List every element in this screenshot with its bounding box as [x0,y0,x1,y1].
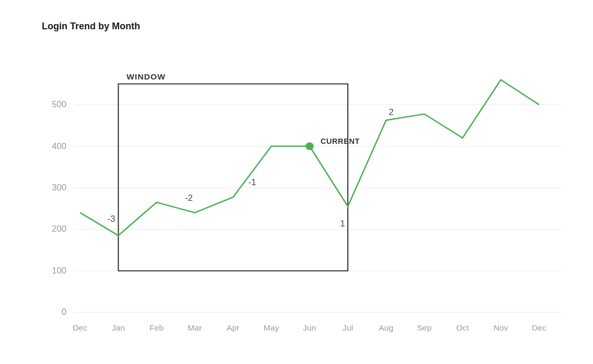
x-label-sep: Sep [417,323,432,332]
x-label-dec1: Dec [73,323,87,332]
x-label-aug: Aug [379,323,393,332]
y-label-0: 0 [62,308,66,317]
annotation-minus1: -1 [248,177,256,187]
x-label-jun: Jun [303,323,316,332]
chart-area: 0 100 200 300 400 500 WINDOW Dec Jan Feb… [42,42,577,333]
annotation-minus2: -2 [185,193,193,202]
y-label-400: 400 [52,141,66,151]
main-chart: 0 100 200 300 400 500 WINDOW Dec Jan Feb… [42,42,577,333]
x-label-apr: Apr [227,323,240,332]
y-label-300: 300 [52,183,66,192]
window-label: WINDOW [127,73,166,82]
x-label-jul: Jul [343,323,353,332]
x-label-dec2: Dec [532,323,546,332]
chart-line [80,79,539,235]
annotation-minus3: -3 [107,214,115,223]
x-label-may: May [264,323,279,332]
y-label-500: 500 [52,99,66,109]
x-label-feb: Feb [150,323,164,332]
current-dot [306,143,314,150]
y-label-100: 100 [52,266,66,275]
chart-container: Login Trend by Month 0 100 200 300 400 5… [0,0,593,364]
current-label: CURRENT [321,137,360,145]
window-rect [118,84,348,270]
annotation-2: 2 [389,107,394,117]
x-label-nov: Nov [494,323,508,332]
chart-title: Login Trend by Month [42,21,577,32]
x-label-oct: Oct [456,323,469,332]
x-label-mar: Mar [188,323,202,332]
y-label-200: 200 [52,224,66,234]
x-label-jan: Jan [112,323,125,332]
annotation-1: 1 [340,219,345,229]
